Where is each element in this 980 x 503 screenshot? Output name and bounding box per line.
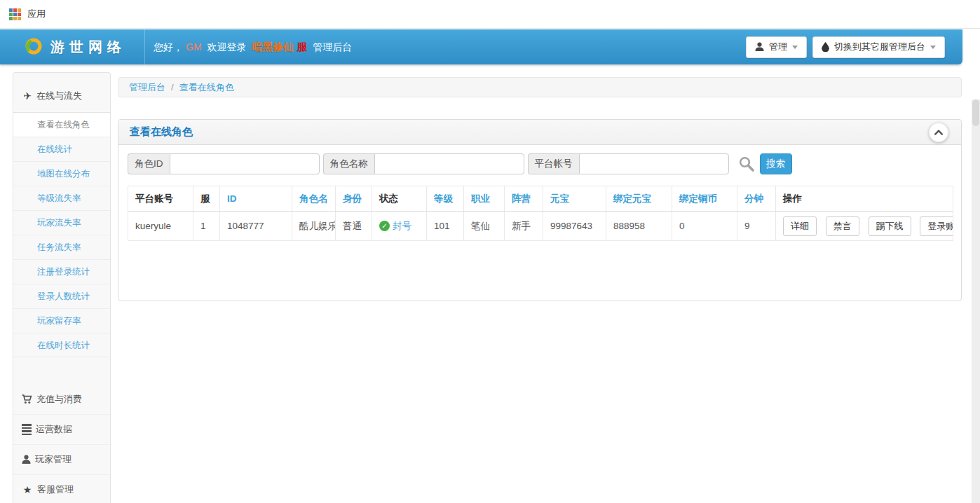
- cell-id: 1048777: [220, 212, 292, 241]
- scrollbar-thumb[interactable]: [972, 99, 979, 126]
- role-id-label: 角色ID: [128, 153, 170, 174]
- server-name: 暗黑修仙: [252, 41, 294, 53]
- navbar: 游世网络 您好，GM 欢迎登录 暗黑修仙服 管理后台 管理 切换到其它服管理后台: [0, 29, 962, 64]
- table-header-row: 平台账号 服 ID 角色名 身份 状态 等级 职业 阵营 元宝 绑定元宝 绑定铜…: [128, 186, 953, 212]
- sidebar-section-player-management[interactable]: 玩家管理: [13, 444, 110, 474]
- cart-icon: [22, 394, 32, 404]
- chevron-down-icon: [930, 46, 936, 49]
- sidebar-item-online-time-stats[interactable]: 在线时长统计: [13, 333, 110, 357]
- welcome-tail: 管理后台: [313, 41, 352, 53]
- brand[interactable]: 游世网络: [24, 37, 126, 57]
- col-server: 服: [193, 186, 220, 212]
- cell-actions: 详细 禁言 踢下线 登录账号: [776, 212, 953, 241]
- welcome-mid: 欢迎登录: [207, 41, 246, 53]
- role-name-group: 角色名称: [323, 153, 524, 174]
- search-icon[interactable]: [738, 156, 755, 172]
- welcome-username: GM: [186, 41, 202, 53]
- plane-icon: ✈: [22, 90, 33, 102]
- col-role-name[interactable]: 角色名: [292, 186, 336, 212]
- user-icon: [755, 42, 764, 52]
- kick-offline-button[interactable]: 踢下线: [869, 216, 911, 236]
- cell-minutes: 9: [737, 212, 776, 241]
- breadcrumb: 管理后台 / 查看在线角色: [118, 77, 962, 97]
- col-platform-account: 平台账号: [128, 186, 193, 212]
- sidebar-item-level-churn[interactable]: 等级流失率: [13, 186, 110, 210]
- sidebar-section-label: 在线与流失: [36, 90, 82, 102]
- online-roles-panel: 查看在线角色 角色ID 角色名称 平台帐号: [118, 119, 962, 301]
- detail-button[interactable]: 详细: [783, 216, 817, 236]
- brand-logo-icon: [24, 37, 43, 57]
- collapse-panel-button[interactable]: [929, 123, 948, 142]
- apps-label[interactable]: 应用: [27, 8, 46, 20]
- panel-body: 角色ID 角色名称 平台帐号 搜索: [118, 145, 961, 249]
- col-bound-yuanbao[interactable]: 绑定元宝: [606, 186, 672, 212]
- cell-level: 101: [427, 212, 464, 241]
- sidebar-item-retention[interactable]: 玩家留存率: [13, 308, 110, 333]
- admin-menu-button[interactable]: 管理: [746, 36, 807, 58]
- role-id-group: 角色ID: [128, 153, 320, 174]
- chevron-up-icon: [934, 130, 943, 135]
- sidebar-item-view-online-roles[interactable]: 查看在线角色: [13, 112, 110, 137]
- role-id-input[interactable]: [170, 153, 320, 174]
- sidebar-section-label: 充值与消费: [36, 393, 82, 406]
- cell-bound-copper: 0: [672, 212, 737, 241]
- col-minutes[interactable]: 分钟: [737, 186, 776, 212]
- table-row: kueryule 1 1048777 酷儿娱乐 普通 ✓ 封号 101 笔仙: [128, 212, 953, 241]
- sidebar-section-label: 玩家管理: [35, 453, 72, 466]
- switch-server-label: 切换到其它服管理后台: [834, 41, 925, 53]
- cell-platform-account: kueryule: [128, 212, 193, 241]
- col-yuanbao[interactable]: 元宝: [543, 186, 606, 212]
- admin-menu-label: 管理: [769, 41, 787, 53]
- chevron-down-icon: [792, 46, 798, 49]
- col-faction[interactable]: 阵营: [505, 186, 543, 212]
- col-level[interactable]: 等级: [427, 186, 464, 212]
- server-badge: 服: [297, 41, 307, 53]
- platform-account-input[interactable]: [579, 153, 729, 174]
- col-bound-copper[interactable]: 绑定铜币: [672, 186, 737, 212]
- brand-name: 游世网络: [50, 38, 126, 57]
- online-roles-table: 平台账号 服 ID 角色名 身份 状态 等级 职业 阵营 元宝 绑定元宝 绑定铜…: [128, 186, 953, 241]
- panel-heading: 查看在线角色: [118, 120, 961, 145]
- scrollbar-track[interactable]: [972, 99, 980, 503]
- sidebar-section-recharge[interactable]: 充值与消费: [13, 384, 110, 414]
- cell-yuanbao: 99987643: [543, 212, 606, 241]
- list-icon: [22, 424, 32, 435]
- sidebar-item-register-login-stats[interactable]: 注册登录统计: [13, 259, 110, 284]
- welcome-greeting: 您好，: [154, 41, 183, 53]
- login-account-button[interactable]: 登录账号: [920, 216, 953, 236]
- col-id[interactable]: ID: [220, 186, 292, 212]
- breadcrumb-root-link[interactable]: 管理后台: [129, 81, 165, 94]
- check-circle-icon: ✓: [379, 221, 390, 231]
- search-row: 角色ID 角色名称 平台帐号 搜索: [128, 153, 952, 174]
- col-profession[interactable]: 职业: [464, 186, 505, 212]
- status-banned-link[interactable]: 封号: [393, 220, 411, 233]
- sidebar-section-operations-data[interactable]: 运营数据: [13, 414, 110, 444]
- platform-account-group: 平台帐号: [528, 153, 729, 174]
- star-icon: ★: [22, 484, 33, 495]
- welcome-message: 您好，GM 欢迎登录 暗黑修仙服 管理后台: [154, 41, 352, 54]
- breadcrumb-current-link[interactable]: 查看在线角色: [179, 81, 234, 94]
- sidebar-section-online[interactable]: ✈ 在线与流失: [13, 73, 110, 112]
- sidebar-item-quest-churn[interactable]: 任务流失率: [13, 235, 110, 259]
- sidebar-item-player-churn[interactable]: 玩家流失率: [13, 210, 110, 235]
- sidebar-section-label: 运营数据: [36, 423, 72, 436]
- col-identity[interactable]: 身份: [336, 186, 372, 212]
- platform-account-label: 平台帐号: [528, 153, 579, 174]
- panel-title: 查看在线角色: [130, 125, 193, 139]
- sidebar-collapsed-sections: 充值与消费 运营数据 玩家管理 ★ 客服管理: [13, 384, 110, 503]
- cell-faction: 新手: [505, 212, 543, 241]
- apps-grid-icon[interactable]: [9, 8, 21, 20]
- mute-button[interactable]: 禁言: [826, 216, 859, 236]
- cell-identity: 普通: [336, 212, 372, 241]
- sidebar-item-online-stats[interactable]: 在线统计: [13, 137, 110, 161]
- droplet-icon: [822, 42, 829, 52]
- sidebar-item-map-distribution[interactable]: 地图在线分布: [13, 161, 110, 186]
- search-button[interactable]: 搜索: [760, 153, 792, 174]
- cell-bound-yuanbao: 888958: [606, 212, 672, 241]
- role-name-input[interactable]: [374, 153, 524, 174]
- switch-server-button[interactable]: 切换到其它服管理后台: [812, 36, 945, 58]
- sidebar-item-login-count-stats[interactable]: 登录人数统计: [13, 284, 110, 308]
- sidebar-section-customer-service[interactable]: ★ 客服管理: [13, 474, 110, 503]
- role-name-label: 角色名称: [323, 153, 374, 174]
- col-actions: 操作: [776, 186, 953, 212]
